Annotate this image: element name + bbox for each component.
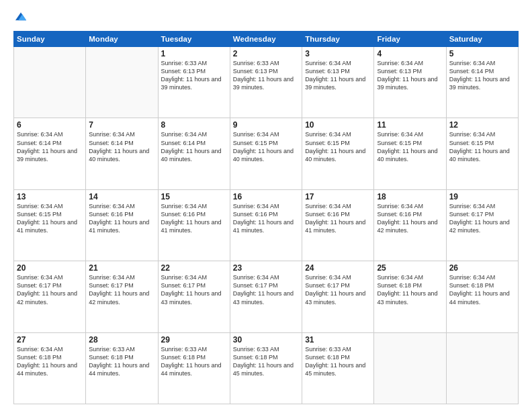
day-detail: Sunrise: 6:34 AM Sunset: 6:15 PM Dayligh… <box>233 130 299 163</box>
calendar-cell: 24Sunrise: 6:34 AM Sunset: 6:17 PM Dayli… <box>302 261 374 332</box>
logo <box>13 11 30 24</box>
day-detail: Sunrise: 6:34 AM Sunset: 6:15 PM Dayligh… <box>17 202 83 235</box>
day-detail: Sunrise: 6:34 AM Sunset: 6:13 PM Dayligh… <box>305 59 371 92</box>
calendar-cell: 29Sunrise: 6:33 AM Sunset: 6:18 PM Dayli… <box>158 332 230 404</box>
calendar-cell: 25Sunrise: 6:34 AM Sunset: 6:18 PM Dayli… <box>374 261 446 332</box>
day-number: 21 <box>89 263 154 273</box>
calendar-cell: 1Sunrise: 6:33 AM Sunset: 6:13 PM Daylig… <box>158 47 230 118</box>
day-detail: Sunrise: 6:34 AM Sunset: 6:16 PM Dayligh… <box>377 202 443 235</box>
day-number: 12 <box>449 120 515 130</box>
day-number: 24 <box>305 263 371 273</box>
calendar-day-header: Sunday <box>14 32 86 47</box>
day-detail: Sunrise: 6:34 AM Sunset: 6:17 PM Dayligh… <box>17 273 83 306</box>
calendar-cell: 31Sunrise: 6:33 AM Sunset: 6:18 PM Dayli… <box>302 332 374 404</box>
calendar-cell: 6Sunrise: 6:34 AM Sunset: 6:14 PM Daylig… <box>14 118 86 189</box>
day-number: 1 <box>161 49 227 58</box>
calendar-cell: 14Sunrise: 6:34 AM Sunset: 6:16 PM Dayli… <box>86 189 158 261</box>
calendar-cell: 8Sunrise: 6:34 AM Sunset: 6:14 PM Daylig… <box>158 118 230 189</box>
day-detail: Sunrise: 6:34 AM Sunset: 6:18 PM Dayligh… <box>377 273 443 306</box>
day-number: 29 <box>161 335 227 345</box>
day-number: 26 <box>449 263 515 273</box>
calendar-header-row: SundayMondayTuesdayWednesdayThursdayFrid… <box>14 32 519 47</box>
day-number: 8 <box>161 120 227 130</box>
calendar-cell: 3Sunrise: 6:34 AM Sunset: 6:13 PM Daylig… <box>302 47 374 118</box>
calendar-day-header: Wednesday <box>230 32 302 47</box>
calendar-cell: 30Sunrise: 6:33 AM Sunset: 6:18 PM Dayli… <box>230 332 302 404</box>
day-number: 3 <box>305 49 371 58</box>
day-number: 28 <box>89 335 154 345</box>
day-number: 5 <box>449 49 515 58</box>
day-number: 13 <box>17 192 83 201</box>
day-number: 31 <box>305 335 371 345</box>
calendar-cell: 22Sunrise: 6:34 AM Sunset: 6:17 PM Dayli… <box>158 261 230 332</box>
day-number: 23 <box>233 263 299 273</box>
day-detail: Sunrise: 6:34 AM Sunset: 6:17 PM Dayligh… <box>305 273 371 306</box>
calendar-week-row: 6Sunrise: 6:34 AM Sunset: 6:14 PM Daylig… <box>14 118 519 189</box>
calendar-week-row: 1Sunrise: 6:33 AM Sunset: 6:13 PM Daylig… <box>14 47 519 118</box>
logo-icon <box>13 9 28 24</box>
calendar-day-header: Friday <box>374 32 446 47</box>
calendar-cell: 28Sunrise: 6:33 AM Sunset: 6:18 PM Dayli… <box>86 332 158 404</box>
calendar: SundayMondayTuesdayWednesdayThursdayFrid… <box>13 31 519 404</box>
day-detail: Sunrise: 6:34 AM Sunset: 6:15 PM Dayligh… <box>377 130 443 163</box>
page: SundayMondayTuesdayWednesdayThursdayFrid… <box>0 0 532 411</box>
day-detail: Sunrise: 6:34 AM Sunset: 6:14 PM Dayligh… <box>449 59 515 92</box>
day-number: 14 <box>89 192 154 201</box>
day-number: 11 <box>377 120 443 130</box>
calendar-cell: 13Sunrise: 6:34 AM Sunset: 6:15 PM Dayli… <box>14 189 86 261</box>
calendar-day-header: Saturday <box>446 32 518 47</box>
calendar-cell: 17Sunrise: 6:34 AM Sunset: 6:16 PM Dayli… <box>302 189 374 261</box>
day-detail: Sunrise: 6:34 AM Sunset: 6:17 PM Dayligh… <box>449 202 515 235</box>
day-detail: Sunrise: 6:34 AM Sunset: 6:16 PM Dayligh… <box>89 202 154 235</box>
day-detail: Sunrise: 6:33 AM Sunset: 6:13 PM Dayligh… <box>233 59 299 92</box>
day-number: 17 <box>305 192 371 201</box>
calendar-cell: 19Sunrise: 6:34 AM Sunset: 6:17 PM Dayli… <box>446 189 518 261</box>
calendar-cell: 9Sunrise: 6:34 AM Sunset: 6:15 PM Daylig… <box>230 118 302 189</box>
day-number: 7 <box>89 120 154 130</box>
day-detail: Sunrise: 6:34 AM Sunset: 6:18 PM Dayligh… <box>17 345 83 378</box>
calendar-cell: 21Sunrise: 6:34 AM Sunset: 6:17 PM Dayli… <box>86 261 158 332</box>
day-number: 30 <box>233 335 299 345</box>
calendar-cell: 2Sunrise: 6:33 AM Sunset: 6:13 PM Daylig… <box>230 47 302 118</box>
day-number: 25 <box>377 263 443 273</box>
day-detail: Sunrise: 6:33 AM Sunset: 6:13 PM Dayligh… <box>161 59 227 92</box>
day-number: 18 <box>377 192 443 201</box>
day-detail: Sunrise: 6:34 AM Sunset: 6:14 PM Dayligh… <box>89 130 154 163</box>
calendar-cell: 20Sunrise: 6:34 AM Sunset: 6:17 PM Dayli… <box>14 261 86 332</box>
day-number: 9 <box>233 120 299 130</box>
calendar-cell <box>374 332 446 404</box>
calendar-cell: 11Sunrise: 6:34 AM Sunset: 6:15 PM Dayli… <box>374 118 446 189</box>
day-number: 10 <box>305 120 371 130</box>
day-detail: Sunrise: 6:33 AM Sunset: 6:18 PM Dayligh… <box>305 345 371 378</box>
day-detail: Sunrise: 6:34 AM Sunset: 6:18 PM Dayligh… <box>449 273 515 306</box>
day-detail: Sunrise: 6:33 AM Sunset: 6:18 PM Dayligh… <box>89 345 154 378</box>
calendar-cell: 12Sunrise: 6:34 AM Sunset: 6:15 PM Dayli… <box>446 118 518 189</box>
day-detail: Sunrise: 6:34 AM Sunset: 6:14 PM Dayligh… <box>17 130 83 163</box>
calendar-cell: 27Sunrise: 6:34 AM Sunset: 6:18 PM Dayli… <box>14 332 86 404</box>
calendar-cell: 4Sunrise: 6:34 AM Sunset: 6:13 PM Daylig… <box>374 47 446 118</box>
calendar-cell: 26Sunrise: 6:34 AM Sunset: 6:18 PM Dayli… <box>446 261 518 332</box>
day-detail: Sunrise: 6:34 AM Sunset: 6:15 PM Dayligh… <box>305 130 371 163</box>
day-number: 4 <box>377 49 443 58</box>
calendar-cell: 5Sunrise: 6:34 AM Sunset: 6:14 PM Daylig… <box>446 47 518 118</box>
day-detail: Sunrise: 6:33 AM Sunset: 6:18 PM Dayligh… <box>161 345 227 378</box>
day-detail: Sunrise: 6:34 AM Sunset: 6:16 PM Dayligh… <box>233 202 299 235</box>
day-number: 15 <box>161 192 227 201</box>
day-detail: Sunrise: 6:34 AM Sunset: 6:14 PM Dayligh… <box>161 130 227 163</box>
day-detail: Sunrise: 6:34 AM Sunset: 6:16 PM Dayligh… <box>161 202 227 235</box>
day-detail: Sunrise: 6:34 AM Sunset: 6:17 PM Dayligh… <box>233 273 299 306</box>
day-number: 2 <box>233 49 299 58</box>
calendar-day-header: Tuesday <box>158 32 230 47</box>
day-number: 27 <box>17 335 83 345</box>
calendar-day-header: Monday <box>86 32 158 47</box>
day-detail: Sunrise: 6:34 AM Sunset: 6:15 PM Dayligh… <box>449 130 515 163</box>
calendar-week-row: 20Sunrise: 6:34 AM Sunset: 6:17 PM Dayli… <box>14 261 519 332</box>
header <box>13 11 519 24</box>
day-number: 20 <box>17 263 83 273</box>
calendar-cell: 15Sunrise: 6:34 AM Sunset: 6:16 PM Dayli… <box>158 189 230 261</box>
calendar-cell: 10Sunrise: 6:34 AM Sunset: 6:15 PM Dayli… <box>302 118 374 189</box>
calendar-week-row: 27Sunrise: 6:34 AM Sunset: 6:18 PM Dayli… <box>14 332 519 404</box>
calendar-day-header: Thursday <box>302 32 374 47</box>
calendar-cell: 16Sunrise: 6:34 AM Sunset: 6:16 PM Dayli… <box>230 189 302 261</box>
calendar-cell: 7Sunrise: 6:34 AM Sunset: 6:14 PM Daylig… <box>86 118 158 189</box>
